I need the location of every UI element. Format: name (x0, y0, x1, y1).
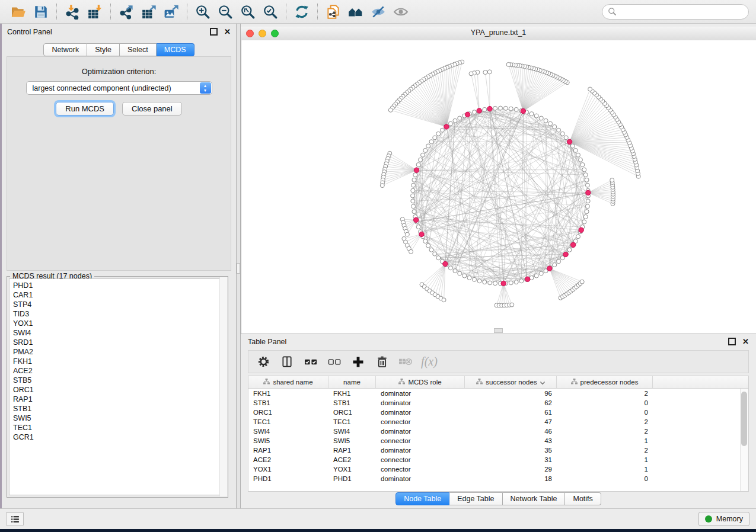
table-scrollbar-thumb[interactable] (741, 392, 747, 446)
table-row-TEC1[interactable]: TEC1TEC1connector472 (248, 417, 748, 427)
cell-name[interactable]: TEC1 (328, 418, 376, 425)
cell-predecessor_nodes[interactable]: 0 (557, 399, 653, 406)
add-row-icon[interactable] (349, 353, 367, 371)
cell-shared_name[interactable]: PHD1 (248, 475, 328, 482)
cell-name[interactable]: ACE2 (328, 456, 376, 463)
network-canvas[interactable] (241, 40, 756, 334)
result-list-scrollbar[interactable] (219, 277, 227, 496)
search-input[interactable] (620, 7, 743, 17)
import-network-icon[interactable] (61, 2, 84, 21)
cell-successor_nodes[interactable]: 29 (465, 466, 557, 473)
canvas-splitter-handle[interactable] (494, 328, 503, 333)
vertical-splitter[interactable] (236, 24, 241, 508)
tab-mcds[interactable]: MCDS (157, 43, 194, 56)
task-history-button[interactable] (6, 512, 24, 525)
import-table-icon[interactable] (84, 2, 106, 21)
criterion-dropdown[interactable]: largest connected component (undirected)… (26, 81, 212, 95)
table-row-ORC1[interactable]: ORC1ORC1dominator610 (248, 408, 748, 417)
cell-successor_nodes[interactable]: 18 (465, 475, 557, 482)
cell-name[interactable]: FKH1 (328, 390, 376, 397)
result-node-item[interactable]: YOX1 (13, 319, 225, 328)
export-image-icon[interactable] (160, 2, 183, 21)
cell-mcds_role[interactable]: connector (376, 466, 465, 473)
cell-predecessor_nodes[interactable]: 0 (557, 409, 653, 416)
settings-gear-icon[interactable] (254, 353, 272, 371)
result-node-item[interactable]: PHD1 (13, 281, 225, 290)
select-all-icon[interactable] (302, 353, 320, 371)
delete-row-icon[interactable] (373, 353, 391, 371)
show-all-icon[interactable] (390, 2, 412, 21)
cell-shared_name[interactable]: SWI5 (248, 437, 328, 444)
column-header-MCDS-role[interactable]: MCDS role (376, 376, 465, 388)
cell-mcds_role[interactable]: dominator (376, 390, 465, 397)
delete-table-icon[interactable] (397, 353, 414, 371)
cell-shared_name[interactable]: ORC1 (248, 409, 328, 416)
tab-select[interactable]: Select (120, 43, 157, 56)
tab-node-table[interactable]: Node Table (395, 492, 449, 505)
table-row-STB1[interactable]: STB1STB1dominator620 (248, 398, 748, 408)
search-box[interactable] (602, 4, 749, 20)
table-row-SWI5[interactable]: SWI5SWI5connector431 (248, 436, 748, 446)
tab-network-table[interactable]: Network Table (503, 492, 566, 505)
cell-mcds_role[interactable]: dominator (376, 447, 465, 454)
cell-shared_name[interactable]: SWI4 (248, 428, 328, 435)
cell-shared_name[interactable]: RAP1 (248, 447, 328, 454)
cell-successor_nodes[interactable]: 47 (465, 418, 557, 425)
refresh-view-icon[interactable] (291, 2, 313, 21)
table-row-YOX1[interactable]: YOX1YOX1connector291 (248, 464, 748, 474)
cell-name[interactable]: ORC1 (328, 409, 376, 416)
zoom-in-icon[interactable] (192, 2, 214, 21)
deselect-all-icon[interactable] (326, 353, 343, 371)
cell-predecessor_nodes[interactable]: 1 (557, 456, 653, 463)
cell-successor_nodes[interactable]: 61 (465, 409, 557, 416)
export-network-icon[interactable] (115, 2, 138, 21)
cell-shared_name[interactable]: STB1 (248, 399, 328, 406)
table-row-PHD1[interactable]: PHD1PHD1dominator180 (248, 474, 748, 483)
result-node-item[interactable]: ORC1 (13, 385, 225, 395)
table-row-ACE2[interactable]: ACE2ACE2connector311 (248, 455, 748, 464)
result-node-item[interactable]: SRD1 (13, 338, 225, 347)
open-file-icon[interactable] (7, 2, 30, 21)
result-node-item[interactable]: TEC1 (13, 423, 225, 432)
cell-shared_name[interactable]: TEC1 (248, 418, 328, 425)
cell-successor_nodes[interactable]: 43 (465, 437, 557, 444)
cell-mcds_role[interactable]: connector (376, 456, 465, 463)
result-node-item[interactable]: STB5 (13, 376, 225, 385)
run-mcds-button[interactable]: Run MCDS (56, 102, 114, 116)
cell-predecessor_nodes[interactable]: 2 (557, 447, 653, 454)
hide-selected-icon[interactable] (367, 2, 390, 21)
save-session-icon[interactable] (30, 2, 52, 21)
cell-name[interactable]: PHD1 (328, 475, 376, 482)
tab-motifs[interactable]: Motifs (565, 492, 601, 505)
cell-predecessor_nodes[interactable]: 2 (557, 390, 653, 397)
cell-shared_name[interactable]: YOX1 (248, 466, 328, 473)
result-node-item[interactable]: STB1 (13, 404, 225, 414)
cell-shared_name[interactable]: ACE2 (248, 456, 328, 463)
splitter-handle[interactable] (237, 263, 240, 274)
cell-predecessor_nodes[interactable]: 0 (557, 475, 653, 482)
cell-mcds_role[interactable]: dominator (376, 409, 465, 416)
cell-name[interactable]: SWI5 (328, 437, 376, 444)
toggle-column-icon[interactable] (278, 353, 296, 371)
cell-predecessor_nodes[interactable]: 1 (557, 437, 653, 444)
result-node-item[interactable]: RAP1 (13, 395, 225, 404)
cell-successor_nodes[interactable]: 35 (465, 447, 557, 454)
cell-successor_nodes[interactable]: 46 (465, 428, 557, 435)
result-node-item[interactable]: GCR1 (13, 432, 225, 442)
first-neighbors-icon[interactable] (344, 2, 367, 21)
clone-network-icon[interactable] (322, 2, 344, 21)
zoom-out-icon[interactable] (214, 2, 237, 21)
table-row-SWI4[interactable]: SWI4SWI4dominator462 (248, 427, 748, 436)
cell-successor_nodes[interactable]: 96 (465, 390, 557, 397)
memory-button[interactable]: Memory (698, 512, 749, 526)
column-header-shared-name[interactable]: shared name (248, 376, 328, 388)
result-node-item[interactable]: SWI5 (13, 414, 225, 423)
cell-mcds_role[interactable]: connector (376, 418, 465, 425)
result-node-item[interactable]: PMA2 (13, 347, 225, 357)
cell-name[interactable]: STB1 (328, 399, 376, 406)
close-table-panel-icon[interactable]: ✕ (742, 338, 749, 345)
result-node-item[interactable]: FKH1 (13, 357, 225, 366)
table-scrollbar[interactable] (740, 389, 748, 491)
cell-predecessor_nodes[interactable]: 2 (557, 428, 653, 435)
cell-name[interactable]: YOX1 (328, 466, 376, 473)
